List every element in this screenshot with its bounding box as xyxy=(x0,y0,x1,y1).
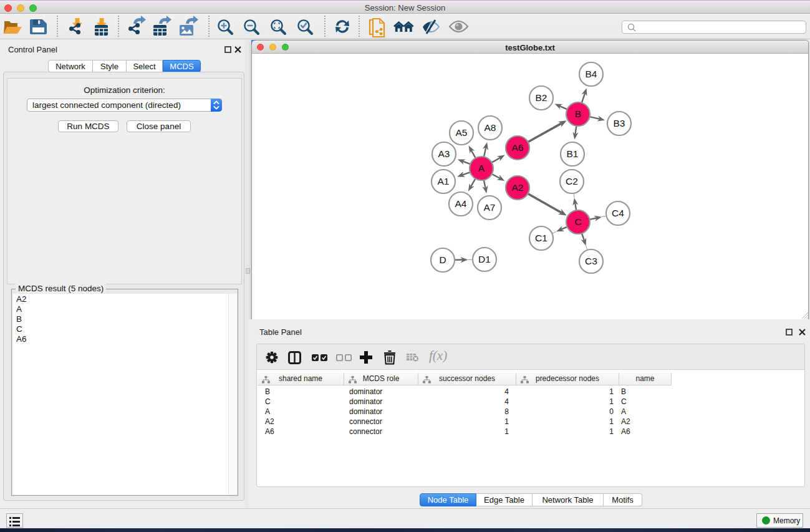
svg-text:A5: A5 xyxy=(456,127,468,138)
svg-text:A3: A3 xyxy=(438,148,450,159)
svg-text:A4: A4 xyxy=(455,198,467,209)
svg-text:B3: B3 xyxy=(614,118,625,128)
svg-text:A2: A2 xyxy=(512,182,524,193)
svg-text:B1: B1 xyxy=(567,148,579,159)
svg-text:C2: C2 xyxy=(566,176,578,186)
svg-text:A6: A6 xyxy=(512,142,524,153)
svg-text:D1: D1 xyxy=(478,254,491,264)
svg-text:D: D xyxy=(439,254,446,265)
svg-text:C1: C1 xyxy=(535,233,547,243)
svg-text:C: C xyxy=(574,216,581,227)
svg-text:A1: A1 xyxy=(438,176,450,186)
svg-text:B4: B4 xyxy=(586,69,597,79)
svg-text:C3: C3 xyxy=(585,256,597,266)
svg-text:C4: C4 xyxy=(612,208,624,218)
svg-text:B: B xyxy=(575,109,581,119)
svg-text:A: A xyxy=(478,163,485,173)
svg-text:A8: A8 xyxy=(485,122,496,133)
svg-text:A7: A7 xyxy=(484,202,496,213)
svg-text:B2: B2 xyxy=(536,92,547,103)
